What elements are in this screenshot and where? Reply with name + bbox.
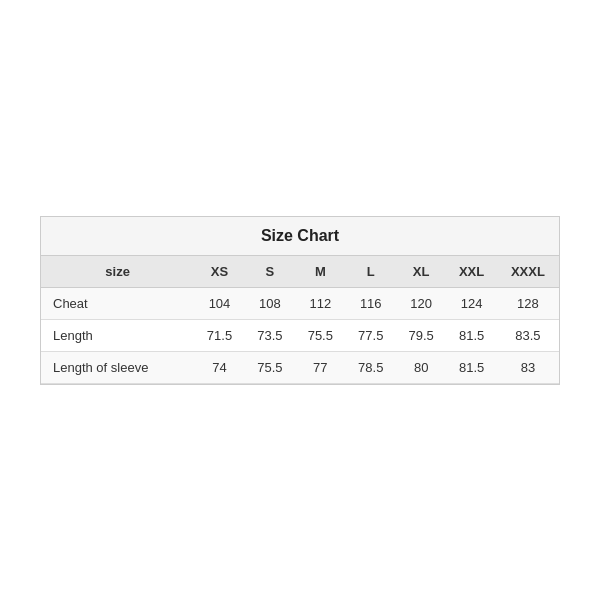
row-cell: 71.5 [194, 319, 244, 351]
row-cell: 112 [295, 287, 345, 319]
header-l: L [346, 256, 396, 288]
row-cell: 80 [396, 351, 446, 383]
table-body: Cheat104108112116120124128Length71.573.5… [41, 287, 559, 383]
header-size-label: size [41, 256, 194, 288]
row-cell: 83.5 [497, 319, 559, 351]
row-cell: 81.5 [446, 351, 496, 383]
row-cell: 75.5 [245, 351, 295, 383]
table-header-row: size XS S M L XL XXL XXXL [41, 256, 559, 288]
header-xxl: XXL [446, 256, 496, 288]
header-xs: XS [194, 256, 244, 288]
row-cell: 81.5 [446, 319, 496, 351]
table-row: Cheat104108112116120124128 [41, 287, 559, 319]
header-xxxl: XXXL [497, 256, 559, 288]
header-m: M [295, 256, 345, 288]
row-cell: 79.5 [396, 319, 446, 351]
row-cell: 104 [194, 287, 244, 319]
row-cell: 128 [497, 287, 559, 319]
row-cell: 73.5 [245, 319, 295, 351]
size-chart-container: Size Chart size XS S M L XL XXL XXXL Che… [40, 216, 560, 385]
chart-title: Size Chart [261, 227, 339, 244]
row-label: Length [41, 319, 194, 351]
row-cell: 78.5 [346, 351, 396, 383]
row-cell: 108 [245, 287, 295, 319]
chart-title-row: Size Chart [41, 217, 559, 256]
row-cell: 74 [194, 351, 244, 383]
header-xl: XL [396, 256, 446, 288]
row-cell: 75.5 [295, 319, 345, 351]
row-cell: 116 [346, 287, 396, 319]
row-cell: 120 [396, 287, 446, 319]
row-cell: 77 [295, 351, 345, 383]
table-row: Length of sleeve7475.57778.58081.583 [41, 351, 559, 383]
table-row: Length71.573.575.577.579.581.583.5 [41, 319, 559, 351]
row-cell: 83 [497, 351, 559, 383]
row-cell: 77.5 [346, 319, 396, 351]
row-label: Cheat [41, 287, 194, 319]
size-table: size XS S M L XL XXL XXXL Cheat104108112… [41, 256, 559, 384]
row-cell: 124 [446, 287, 496, 319]
header-s: S [245, 256, 295, 288]
row-label: Length of sleeve [41, 351, 194, 383]
